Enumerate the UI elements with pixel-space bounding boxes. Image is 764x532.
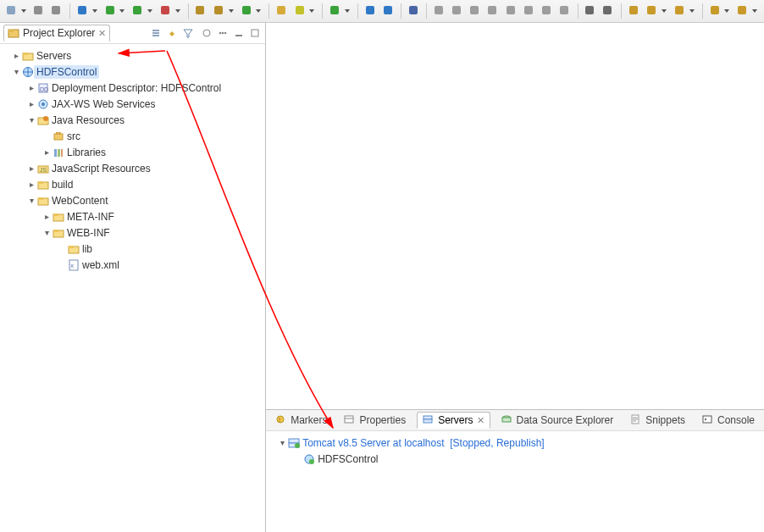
close-icon[interactable]: ✕	[98, 28, 106, 39]
debug-bug-icon[interactable]	[75, 3, 101, 19]
drop-to-frame-icon-glyph	[559, 5, 571, 17]
toggle-breadcrumb-icon[interactable]	[363, 3, 379, 19]
step-return-icon[interactable]	[539, 3, 555, 19]
toggle-block-sel-icon[interactable]	[380, 3, 396, 19]
back-history-icon[interactable]	[707, 3, 734, 19]
run-play-icon-glyph	[105, 5, 117, 17]
run-play-icon[interactable]	[102, 3, 129, 19]
chevron-right-icon[interactable]: ▸	[41, 212, 53, 221]
chevron-right-icon[interactable]: ▸	[25, 180, 37, 189]
link-editor-icon[interactable]	[165, 26, 179, 40]
chevron-right-icon[interactable]: ▸	[25, 83, 37, 92]
resume-icon[interactable]	[431, 3, 447, 19]
tree-lib[interactable]: lib	[2, 241, 265, 257]
svg-rect-56	[38, 181, 43, 184]
tree-meta-inf[interactable]: ▸META-INF	[2, 208, 265, 224]
tab-label: Servers	[438, 414, 473, 426]
tree-js-resources[interactable]: ▸JSJavaScript Resources	[2, 160, 265, 176]
tree-src[interactable]: src	[2, 128, 265, 144]
pin-icon[interactable]	[626, 3, 642, 19]
server-module-hdfscontrol[interactable]: HDFSControl	[268, 451, 762, 467]
new-class-icon[interactable]	[239, 3, 265, 19]
minimize-icon[interactable]	[232, 26, 246, 40]
run-ext-tool-icon[interactable]	[158, 3, 184, 19]
tree-libraries[interactable]: ▸Libraries	[2, 144, 265, 160]
svg-rect-1	[34, 6, 42, 14]
tab-console[interactable]: Console	[696, 412, 761, 429]
chevron-right-icon[interactable]: ▸	[41, 147, 53, 157]
chevron-down-icon[interactable]: ▾	[41, 228, 53, 237]
organize-icon[interactable]	[601, 3, 617, 19]
svg-rect-73	[502, 418, 511, 422]
drop-to-frame-icon[interactable]	[557, 3, 573, 19]
tab-servers[interactable]: Servers✕	[417, 412, 490, 429]
folder-icon	[53, 211, 64, 223]
tab-markers[interactable]: !Markers	[269, 412, 333, 429]
tab-data-source-explorer[interactable]: Data Source Explorer	[495, 412, 620, 429]
tree-build[interactable]: ▸build	[2, 176, 265, 192]
skip-breakpoints-icon[interactable]	[406, 3, 422, 19]
chevron-down-icon[interactable]: ▾	[10, 67, 22, 76]
chevron-right-icon[interactable]: ▸	[25, 163, 37, 173]
tree-hdfscontrol[interactable]: ▾HDFSControl	[2, 64, 265, 80]
tree-item-label: HDFSControl	[34, 65, 99, 79]
save-all-icon[interactable]	[49, 3, 65, 19]
chevron-right-icon[interactable]: ▸	[10, 51, 22, 60]
svg-rect-28	[675, 6, 684, 14]
pkgroot-icon	[53, 130, 64, 142]
prev-annotation-icon[interactable]	[672, 3, 698, 19]
folder-icon	[37, 179, 49, 191]
tree-item-label: build	[49, 178, 75, 191]
chevron-down-icon[interactable]: ▾	[25, 196, 37, 205]
tree-deployment-descriptor[interactable]: ▸DDDeployment Descriptor: HDFSControl	[2, 80, 265, 96]
search-icon[interactable]	[292, 3, 318, 19]
svg-rect-13	[366, 6, 374, 14]
close-icon[interactable]: ✕	[477, 415, 484, 426]
svg-rect-48	[54, 134, 63, 140]
format-icon[interactable]	[583, 3, 599, 19]
maximize-icon[interactable]	[248, 26, 262, 40]
skip-breakpoints-icon-glyph	[408, 5, 420, 17]
libs-icon	[53, 147, 64, 158]
project-explorer-tree[interactable]: ▸Servers▾HDFSControl▸DDDeployment Descri…	[0, 44, 265, 532]
svg-point-36	[224, 32, 227, 35]
collapse-all-icon[interactable]	[149, 26, 163, 40]
suspend-icon[interactable]	[450, 3, 466, 19]
chevron-right-icon[interactable]: ▸	[25, 99, 37, 108]
tree-web-inf[interactable]: ▾WEB-INF	[2, 224, 265, 241]
tree-webcontent[interactable]: ▾WebContent	[2, 192, 265, 208]
chevron-down-icon[interactable]: ▾	[25, 115, 37, 125]
forward-history-icon[interactable]	[734, 3, 761, 19]
tab-properties[interactable]: Properties	[338, 412, 412, 429]
tree-servers[interactable]: ▸Servers	[2, 47, 265, 64]
save-icon[interactable]	[31, 3, 47, 19]
view-menu-icon[interactable]	[216, 26, 230, 40]
chevron-down-icon[interactable]: ▾	[276, 438, 288, 447]
focus-task-icon[interactable]	[200, 26, 213, 40]
new-button[interactable]	[3, 3, 30, 19]
run-server-play-icon[interactable]	[130, 3, 156, 19]
server-node-tomcat[interactable]: ▾ Tomcat v8.5 Server at localhost [Stopp…	[268, 435, 762, 451]
open-folder-icon[interactable]	[274, 3, 290, 19]
next-annotation-icon[interactable]	[644, 3, 670, 19]
open-browser-icon[interactable]	[327, 3, 353, 19]
svg-rect-4	[106, 6, 114, 14]
forward-history-icon-glyph	[737, 5, 749, 17]
servers-view[interactable]: ▾ Tomcat v8.5 Server at localhost [Stopp…	[266, 431, 764, 532]
tree-jaxws[interactable]: ▸JAX-WS Web Services	[2, 96, 265, 112]
terminate-icon[interactable]	[468, 3, 484, 19]
step-over-icon[interactable]	[521, 3, 537, 19]
dd-icon: DD	[37, 82, 49, 94]
disconnect-icon[interactable]	[485, 3, 501, 19]
new-package-icon[interactable]	[211, 3, 237, 19]
tree-java-resources[interactable]: ▾Java Resources	[2, 112, 265, 128]
build-project-icon[interactable]	[193, 3, 209, 19]
disconnect-icon-glyph	[487, 5, 499, 17]
filter-icon[interactable]	[181, 26, 195, 40]
tree-web-xml[interactable]: Xweb.xml	[2, 257, 265, 273]
tab-snippets[interactable]: Snippets	[624, 412, 691, 429]
step-into-icon[interactable]	[503, 3, 519, 19]
tab-label: Markers	[291, 414, 327, 426]
project-explorer-tab[interactable]: Project Explorer ✕	[3, 25, 110, 42]
back-history-icon-glyph	[710, 5, 722, 17]
